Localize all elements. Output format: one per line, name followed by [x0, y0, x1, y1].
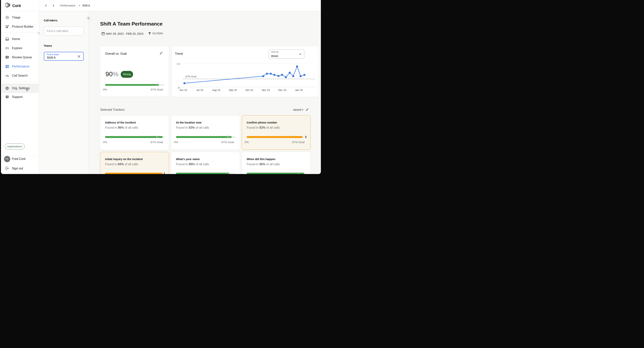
svg-text:?: ? [6, 96, 8, 98]
svg-text:Dec '22: Dec '22 [278, 89, 286, 92]
svg-text:Jan '23: Jan '23 [295, 89, 302, 92]
svg-text:100: 100 [176, 63, 180, 65]
svg-text:Nov '22: Nov '22 [262, 89, 270, 92]
svg-text:Jun '22: Jun '22 [180, 89, 187, 92]
svg-text:87% Goal: 87% Goal [186, 75, 196, 78]
svg-text:Oct '22: Oct '22 [246, 89, 253, 92]
svg-text:Jul '22: Jul '22 [196, 89, 203, 92]
svg-text:Aug '22: Aug '22 [212, 89, 220, 92]
svg-text:Sep '22: Sep '22 [229, 89, 237, 92]
